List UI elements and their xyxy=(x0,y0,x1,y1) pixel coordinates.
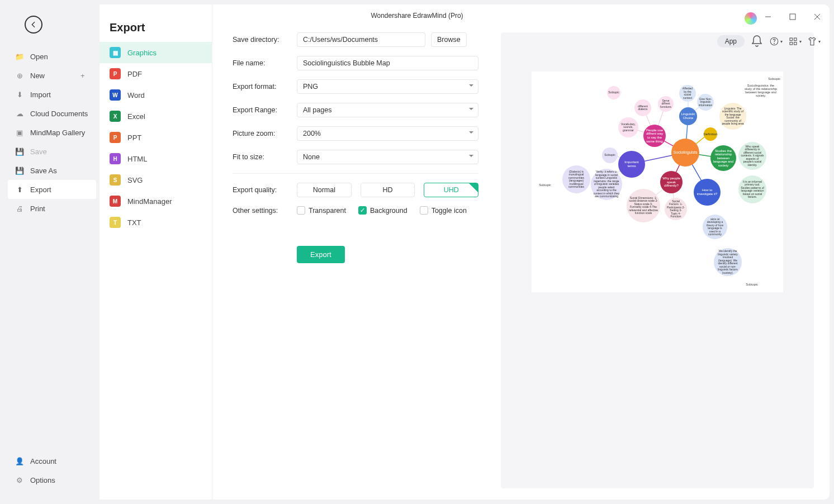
bubble-verity: Verity: it refers to language in social … xyxy=(591,169,622,200)
plus-circle-icon: ⊕ xyxy=(15,70,25,80)
user-icon: 👤 xyxy=(15,456,25,466)
bubble-purple: Important terms xyxy=(618,151,645,178)
nav-save: 💾Save xyxy=(4,142,99,161)
graphics-icon: ▦ xyxy=(110,47,121,58)
export-button[interactable]: Export xyxy=(297,246,345,263)
svg-rect-9 xyxy=(794,42,797,45)
range-select[interactable]: All pages xyxy=(297,103,478,117)
ppt-icon: P xyxy=(110,132,121,143)
mm-icon: M xyxy=(110,196,121,207)
filename-input[interactable] xyxy=(297,56,478,70)
bubble-identify: We identify the linguistic variety invol… xyxy=(714,248,742,276)
fmt-graphics[interactable]: ▦Graphics xyxy=(99,42,212,63)
bubble-aims: aims at developing a theory of how langu… xyxy=(703,215,727,239)
txt-icon: T xyxy=(110,217,121,228)
bubble-who: Who speak differently in different socia… xyxy=(738,142,766,170)
fmt-pdf[interactable]: PPDF xyxy=(99,63,212,84)
sidebar-formats: Export ▦Graphics PPDF WWord XExcel PPPT … xyxy=(99,4,212,500)
bubble-dialects2: (Dialects) is monolingual communities (l… xyxy=(562,165,590,193)
fit-select[interactable]: None xyxy=(297,150,478,164)
fmt-mindmanager[interactable]: MMindManager xyxy=(99,191,212,212)
nav-gallery[interactable]: ▣MindMap Gallery xyxy=(4,123,99,142)
nav-cloud[interactable]: ☁Cloud Documents xyxy=(4,104,99,123)
help-icon[interactable]: ▾ xyxy=(769,35,783,48)
transparent-checkbox[interactable]: Transparent xyxy=(297,206,346,215)
print-icon: 🖨 xyxy=(15,203,25,213)
cloud-icon: ☁ xyxy=(15,108,25,118)
bubble-linguistic: Linguistic Choice xyxy=(679,107,697,125)
nav-import[interactable]: ⬇Import xyxy=(4,85,99,104)
toolbar-right: App ▾ ▾ ▾ xyxy=(717,35,821,48)
bubble-linguists: Linguists: The scientific study of the l… xyxy=(719,103,746,130)
preview-panel: Sociolinguists Studies the relationship … xyxy=(501,32,814,488)
word-icon: W xyxy=(110,89,121,101)
gear-icon: ⚙ xyxy=(15,475,25,485)
bubble-royal: How to investigate it? xyxy=(694,179,721,206)
bubble-affect: Affected by the social context xyxy=(679,85,696,102)
app-chip[interactable]: App xyxy=(717,35,745,47)
quality-uhd[interactable]: UHD xyxy=(424,183,478,197)
txt-sub5: Subtopic xyxy=(744,283,760,286)
nav-new[interactable]: ⊕New+ xyxy=(4,66,99,85)
bell-icon[interactable] xyxy=(750,35,764,48)
bubble-linginfo: Give Non-linguistic information xyxy=(697,94,714,111)
fit-label: Fit to size: xyxy=(233,153,297,161)
bubble-yellow: Definition xyxy=(704,127,717,141)
filename-label: File name: xyxy=(233,59,297,67)
txt-def: Sociolinguistics: the study of the relat… xyxy=(744,84,778,97)
bubble-subtopic: Subtopic xyxy=(602,148,618,163)
export-icon: ⬆ xyxy=(15,184,25,194)
excel-icon: X xyxy=(110,111,121,122)
quality-hd[interactable]: HD xyxy=(361,183,415,197)
svg-icon: S xyxy=(110,174,121,186)
save-dir-input[interactable] xyxy=(297,32,425,47)
bubble-green: Studies the relationship between languag… xyxy=(710,145,736,171)
titlebar: Wondershare EdrawMind (Pro) xyxy=(4,4,830,27)
plus-icon[interactable]: + xyxy=(80,72,89,80)
bubble-factors: Social Factors: 1-Participants 2-Setting… xyxy=(665,198,687,220)
txt-sub3: Subtopic xyxy=(766,77,782,80)
fmt-word[interactable]: WWord xyxy=(99,84,212,106)
nav-account[interactable]: 👤Account xyxy=(4,451,99,470)
fmt-html[interactable]: HHTML xyxy=(99,148,212,169)
txt-sub4: Subtopic xyxy=(537,183,553,187)
nav-export[interactable]: ⬆Export xyxy=(8,180,96,199)
toggle-icon-checkbox[interactable]: Toggle icon xyxy=(420,206,467,215)
nav-options[interactable]: ⚙Options xyxy=(4,470,99,489)
quality-normal[interactable]: Normal xyxy=(297,183,352,197)
preview-image: Sociolinguists Studies the relationship … xyxy=(532,72,783,292)
zoom-select[interactable]: 200% xyxy=(297,126,478,141)
html-icon: H xyxy=(110,153,121,164)
bubble-social: Social Dimensions: 1-social distance sca… xyxy=(627,189,660,222)
fmt-svg[interactable]: SSVG xyxy=(99,169,212,191)
quality-label: Export quality: xyxy=(233,186,297,194)
svg-rect-8 xyxy=(790,42,793,45)
export-form: Save directory: Browse File name: Export… xyxy=(233,32,478,488)
app-title: Wondershare EdrawMind (Pro) xyxy=(371,12,463,20)
bubble-unformal: It is an informal primary tool. Studies … xyxy=(738,175,766,203)
gallery-icon: ▣ xyxy=(15,127,25,137)
fmt-txt[interactable]: TTXT xyxy=(99,212,212,233)
nav-print[interactable]: 🖨Print xyxy=(4,199,99,218)
bubble-vocab: Vocabulary, sounds, grammar xyxy=(618,117,638,137)
divider xyxy=(233,173,478,174)
browse-button[interactable]: Browse xyxy=(431,32,467,47)
format-label: Export format: xyxy=(233,83,297,91)
pdf-icon: P xyxy=(110,68,121,79)
save-dir-label: Save directory: xyxy=(233,36,297,44)
main-content: Save directory: Browse File name: Export… xyxy=(212,4,830,500)
background-checkbox[interactable]: Background xyxy=(358,206,407,215)
grid-icon[interactable]: ▾ xyxy=(788,35,802,48)
bubble-subtopic1: Subtopic xyxy=(607,86,620,99)
fmt-excel[interactable]: XExcel xyxy=(99,106,212,127)
fmt-ppt[interactable]: PPPT xyxy=(99,127,212,148)
format-select[interactable]: PNG xyxy=(297,79,478,94)
bubble-magenta: People use diffrent way to say the same … xyxy=(643,125,666,147)
save-icon: 💾 xyxy=(15,146,25,156)
shirt-icon[interactable]: ▾ xyxy=(807,35,821,48)
bubble-crimson: Why people speak diffrently? xyxy=(660,171,683,193)
svg-point-5 xyxy=(774,43,775,44)
nav-open[interactable]: 📁Open xyxy=(4,47,99,66)
nav-saveas[interactable]: 💾Save As xyxy=(4,161,99,180)
bubble-func: Serve diffrent functions xyxy=(658,96,674,112)
